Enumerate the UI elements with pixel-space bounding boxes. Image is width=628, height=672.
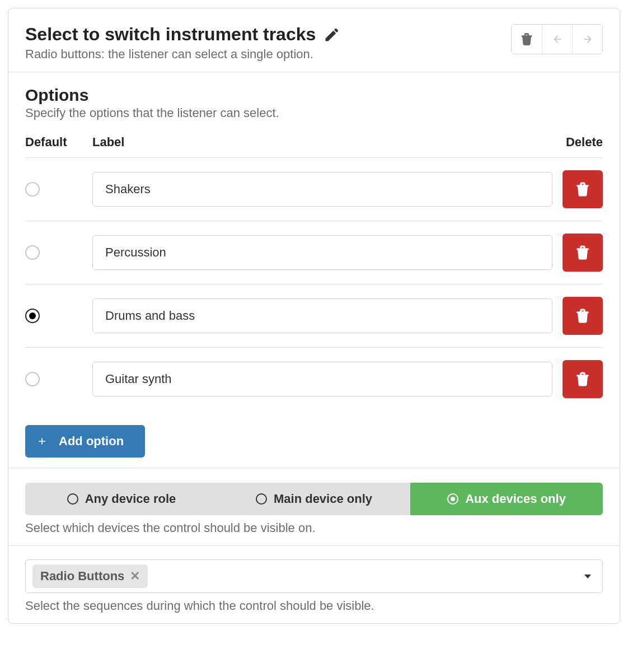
- option-row: [25, 221, 603, 284]
- option-row: [25, 284, 603, 348]
- chevron-down-icon: [584, 575, 591, 578]
- trash-icon: [521, 33, 532, 45]
- device-role-help: Select which devices the control should …: [25, 521, 603, 535]
- edit-icon[interactable]: [324, 26, 340, 43]
- trash-icon: [577, 182, 589, 197]
- move-back-button[interactable]: [542, 25, 572, 54]
- control-panel: Select to switch instrument tracks Radio…: [8, 8, 620, 624]
- device-role-option[interactable]: Aux devices only: [410, 483, 603, 515]
- options-table: Default Label Delete: [25, 135, 603, 410]
- option-row: [25, 158, 603, 221]
- page-title: Select to switch instrument tracks: [25, 24, 511, 45]
- trash-icon: [577, 245, 589, 260]
- page-title-text: Select to switch instrument tracks: [25, 24, 316, 45]
- move-forward-button[interactable]: [572, 25, 602, 54]
- option-label-input[interactable]: [92, 298, 552, 333]
- trash-icon: [577, 309, 589, 323]
- device-role-option-label: Aux devices only: [465, 492, 566, 506]
- add-option-button[interactable]: Add option: [25, 425, 145, 458]
- delete-option-button[interactable]: [563, 170, 603, 208]
- sequences-select[interactable]: Radio Buttons✕: [25, 559, 603, 593]
- option-label-input[interactable]: [92, 172, 552, 207]
- option-label-input[interactable]: [92, 235, 552, 270]
- device-role-segmented: Any device roleMain device onlyAux devic…: [25, 483, 603, 515]
- device-role-option-label: Main device only: [274, 492, 372, 506]
- arrow-left-icon: [551, 34, 564, 45]
- header-toolbar: [511, 24, 603, 54]
- default-radio[interactable]: [25, 309, 40, 323]
- add-option-label: Add option: [59, 434, 124, 449]
- options-section: Options Specify the options that the lis…: [8, 72, 620, 468]
- options-heading: Options: [25, 86, 603, 105]
- radio-ring-icon: [256, 493, 267, 505]
- plus-icon: [25, 436, 59, 447]
- sequence-tag[interactable]: Radio Buttons✕: [32, 564, 148, 588]
- arrow-right-icon: [582, 34, 594, 45]
- device-role-option[interactable]: Main device only: [218, 483, 410, 515]
- device-role-section: Any device roleMain device onlyAux devic…: [8, 468, 620, 546]
- device-role-option-label: Any device role: [85, 492, 176, 506]
- delete-option-button[interactable]: [563, 360, 603, 398]
- column-label: Label: [92, 135, 552, 150]
- option-label-input[interactable]: [92, 362, 552, 396]
- header-section: Select to switch instrument tracks Radio…: [8, 8, 620, 72]
- page-subtitle: Radio buttons: the listener can select a…: [25, 47, 511, 62]
- column-default: Default: [25, 135, 92, 150]
- column-delete: Delete: [552, 135, 603, 150]
- default-radio[interactable]: [25, 245, 40, 260]
- default-radio[interactable]: [25, 372, 40, 386]
- radio-ring-icon: [447, 493, 458, 505]
- options-description: Specify the options that the listener ca…: [25, 106, 603, 120]
- delete-option-button[interactable]: [563, 234, 603, 272]
- delete-control-button[interactable]: [512, 25, 542, 54]
- device-role-option[interactable]: Any device role: [25, 483, 218, 515]
- default-radio[interactable]: [25, 182, 40, 197]
- sequences-section: Radio Buttons✕ Select the sequences duri…: [8, 546, 620, 623]
- trash-icon: [577, 372, 589, 386]
- delete-option-button[interactable]: [563, 297, 603, 335]
- close-icon[interactable]: ✕: [130, 570, 140, 582]
- sequences-help: Select the sequences during which the co…: [25, 599, 603, 613]
- options-table-head: Default Label Delete: [25, 135, 603, 158]
- sequence-tag-label: Radio Buttons: [40, 569, 124, 584]
- radio-ring-icon: [67, 493, 78, 505]
- option-row: [25, 348, 603, 410]
